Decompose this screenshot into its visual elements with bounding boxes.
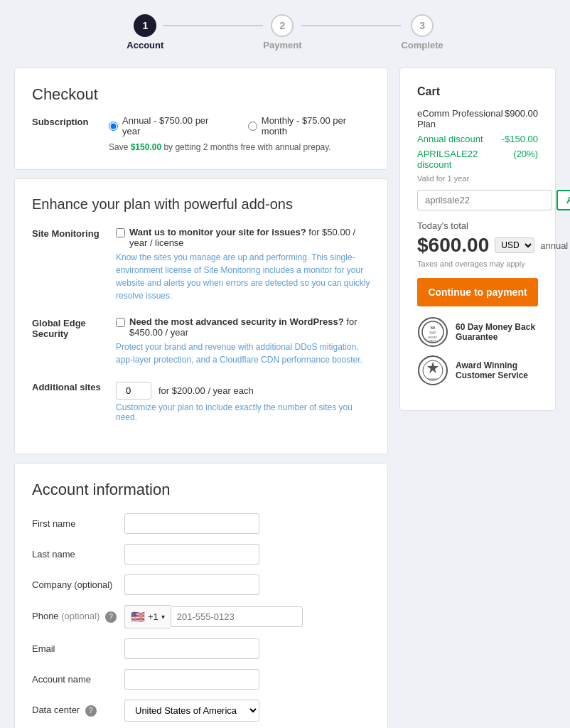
monthly-radio[interactable] bbox=[248, 122, 257, 131]
account-name-row: Account name bbox=[32, 669, 370, 690]
additional-sites-input-row: for $200.00 / year each bbox=[116, 382, 370, 400]
company-label: Company (optional) bbox=[32, 579, 124, 590]
account-name-label: Account name bbox=[32, 674, 124, 685]
first-name-input[interactable] bbox=[124, 513, 259, 534]
data-center-select[interactable]: United States of America Europe Asia Pac… bbox=[124, 700, 259, 722]
phone-optional-text: (optional) bbox=[61, 611, 100, 621]
phone-input-row: 🇺🇸 +1 ▾ bbox=[124, 605, 259, 628]
monthly-option-label[interactable]: Monthly - $75.00 per month bbox=[248, 115, 370, 136]
addons-card: Enhance your plan with powerful add-ons … bbox=[14, 178, 388, 454]
coupon-input[interactable] bbox=[417, 190, 552, 210]
step-1-label: Account bbox=[127, 40, 163, 50]
right-column: Cart eComm Professional Plan $900.00 Ann… bbox=[399, 68, 556, 728]
additional-sites-row: Additional sites for $200.00 / year each… bbox=[32, 380, 370, 422]
step-1-circle: 1 bbox=[134, 14, 156, 37]
global-edge-check-text: Need the most advanced security in WordP… bbox=[129, 316, 344, 327]
award-icon: AWARD bbox=[417, 355, 448, 386]
currency-select[interactable]: USD EUR GBP bbox=[495, 237, 534, 253]
global-edge-check-label: Need the most advanced security in WordP… bbox=[129, 316, 370, 338]
phone-row: Phone (optional) ? 🇺🇸 +1 ▾ bbox=[32, 605, 370, 628]
data-center-label-text: Data center bbox=[32, 705, 80, 715]
global-edge-row: Global Edge Security Need the most advan… bbox=[32, 316, 370, 366]
global-edge-check-row: Need the most advanced security in WordP… bbox=[116, 316, 370, 338]
cart-promo-price: (20%) bbox=[513, 149, 538, 170]
cart-promo-name: APRILSALE22 discount bbox=[417, 149, 513, 170]
data-center-help-icon[interactable]: ? bbox=[85, 705, 97, 717]
annual-radio[interactable] bbox=[109, 122, 118, 131]
taxes-note: Taxes and overages may apply bbox=[417, 259, 538, 268]
cart-item-price: $900.00 bbox=[505, 108, 538, 129]
global-edge-label: Global Edge Security bbox=[32, 316, 110, 339]
global-edge-checkbox[interactable] bbox=[116, 318, 125, 327]
first-name-row: First name bbox=[32, 513, 370, 534]
step-payment: 2 Payment bbox=[263, 14, 301, 50]
site-monitoring-content: Want us to monitor your site for issues?… bbox=[116, 227, 370, 302]
money-back-badge: 60 DAY MONEY BACK 60 Day Money Back Guar… bbox=[417, 316, 538, 348]
total-price: $600.00 bbox=[417, 234, 489, 257]
company-row: Company (optional) bbox=[32, 574, 370, 595]
step-3-label: Complete bbox=[401, 40, 443, 50]
checkout-card: Checkout Subscription Annual - $750.00 p… bbox=[14, 68, 388, 170]
step-account: 1 Account bbox=[127, 14, 163, 50]
step-line-2 bbox=[301, 25, 401, 26]
cart-annual-discount-row: Annual discount -$150.00 bbox=[417, 134, 538, 144]
money-back-label: 60 Day Money Back Guarantee bbox=[456, 322, 538, 342]
subscription-radio-row: Annual - $750.00 per year Monthly - $75.… bbox=[109, 115, 370, 136]
award-label: Award Winning Customer Service bbox=[456, 360, 538, 380]
continue-to-payment-button[interactable]: Continue to payment bbox=[417, 278, 538, 306]
email-row: Email bbox=[32, 638, 370, 659]
svg-text:BACK: BACK bbox=[429, 340, 436, 343]
global-edge-content: Need the most advanced security in WordP… bbox=[116, 316, 370, 366]
svg-text:AWARD: AWARD bbox=[429, 378, 438, 381]
site-monitoring-check-text: Want us to monitor your site for issues? bbox=[129, 227, 306, 237]
phone-country-code: +1 bbox=[148, 611, 158, 622]
site-monitoring-desc: Know the sites you manage are up and per… bbox=[116, 251, 370, 302]
additional-sites-content: for $200.00 / year each Customize your p… bbox=[116, 380, 370, 422]
phone-label: Phone (optional) ? bbox=[32, 611, 124, 623]
cart-valid-text: Valid for 1 year bbox=[417, 174, 538, 183]
annual-option-label[interactable]: Annual - $750.00 per year bbox=[109, 115, 225, 136]
email-label: Email bbox=[32, 643, 124, 654]
flag-icon: 🇺🇸 bbox=[131, 610, 145, 623]
site-monitoring-check-row: Want us to monitor your site for issues?… bbox=[116, 227, 370, 248]
data-center-row: Data center ? United States of America E… bbox=[32, 700, 370, 722]
cart-promo-row: APRILSALE22 discount (20%) bbox=[417, 149, 538, 170]
last-name-input[interactable] bbox=[124, 544, 259, 564]
phone-number-input[interactable] bbox=[171, 606, 303, 627]
today-total-label: Today's total bbox=[417, 220, 538, 231]
additional-sites-link: Customize your plan to include exactly t… bbox=[116, 402, 370, 422]
data-center-label: Data center ? bbox=[32, 705, 124, 717]
additional-sites-input[interactable] bbox=[116, 382, 151, 400]
save-text: Save $150.00 by getting 2 months free wi… bbox=[109, 142, 370, 152]
company-input[interactable] bbox=[124, 574, 259, 595]
subscription-label: Subscription bbox=[32, 115, 103, 127]
svg-text:MONEY: MONEY bbox=[429, 336, 439, 339]
coupon-row: Apply bbox=[417, 190, 538, 210]
checkout-title: Checkout bbox=[32, 85, 370, 104]
global-edge-desc: Protect your brand and revenue with addi… bbox=[116, 341, 370, 366]
account-name-input[interactable] bbox=[124, 669, 259, 690]
left-column: Checkout Subscription Annual - $750.00 p… bbox=[14, 68, 388, 728]
monthly-option-text: Monthly - $75.00 per month bbox=[262, 115, 370, 136]
subscription-options: Annual - $750.00 per year Monthly - $75.… bbox=[109, 115, 370, 152]
addons-title: Enhance your plan with powerful add-ons bbox=[32, 196, 370, 213]
last-name-label: Last name bbox=[32, 549, 124, 560]
save-suffix: by getting 2 months free with annual pre… bbox=[161, 142, 331, 152]
frequency-label: annual bbox=[540, 240, 568, 251]
phone-help-icon[interactable]: ? bbox=[105, 611, 117, 623]
save-prefix: Save bbox=[109, 142, 131, 152]
apply-button[interactable]: Apply bbox=[556, 190, 570, 210]
additional-sites-label: Additional sites bbox=[32, 380, 110, 392]
phone-dropdown-arrow[interactable]: ▾ bbox=[161, 613, 165, 621]
step-2-label: Payment bbox=[263, 40, 301, 50]
subscription-row: Subscription Annual - $750.00 per year M… bbox=[32, 115, 370, 152]
phone-label-text: Phone bbox=[32, 611, 59, 621]
save-amount: $150.00 bbox=[131, 142, 161, 152]
cart-title: Cart bbox=[417, 85, 538, 98]
step-2-circle: 2 bbox=[271, 14, 294, 37]
today-total-row: $600.00 USD EUR GBP annual bbox=[417, 234, 538, 257]
site-monitoring-label: Site Monitoring bbox=[32, 227, 110, 239]
site-monitoring-check-label: Want us to monitor your site for issues?… bbox=[129, 227, 370, 248]
site-monitoring-checkbox[interactable] bbox=[116, 228, 125, 237]
email-input[interactable] bbox=[124, 638, 259, 659]
